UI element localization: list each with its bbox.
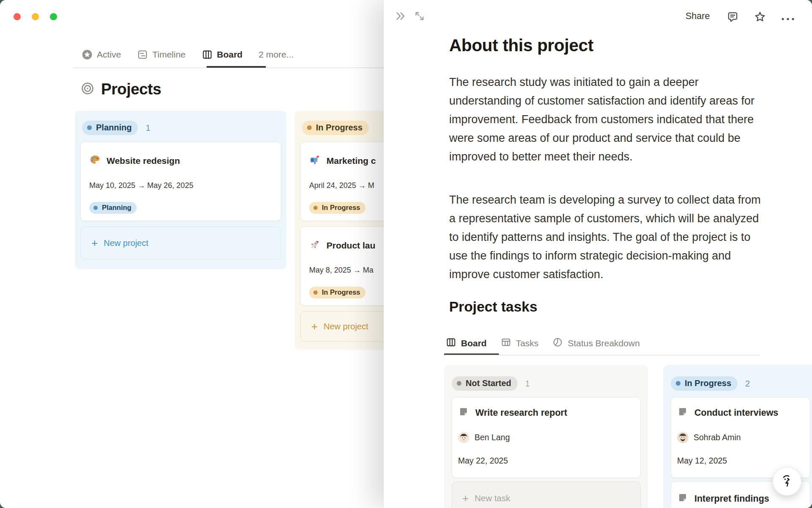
task-tab-tasks[interactable]: Tasks bbox=[501, 337, 539, 350]
side-peek-panel: Share About this project The research st… bbox=[384, 0, 812, 508]
star-circle-icon bbox=[82, 49, 93, 60]
card-title: Product lau bbox=[326, 240, 376, 251]
task-column-not-started: Not Started 1 Write research report Ben … bbox=[444, 365, 648, 508]
share-button[interactable]: Share bbox=[686, 11, 710, 22]
close-side-peek-icon[interactable] bbox=[395, 10, 406, 24]
status-label: In Progress bbox=[316, 123, 362, 133]
plus-icon: + bbox=[462, 494, 469, 502]
expand-page-icon[interactable] bbox=[414, 10, 425, 24]
view-tab-label: Active bbox=[97, 50, 121, 60]
avatar-sohrab-amin bbox=[677, 432, 689, 443]
close-window-button[interactable] bbox=[14, 13, 21, 20]
document-paragraph: The research study was initiated to gain… bbox=[449, 73, 767, 166]
document-paragraph: The research team is developing a survey… bbox=[449, 190, 767, 284]
rocket-icon bbox=[309, 239, 321, 252]
favorite-star-icon[interactable] bbox=[753, 10, 767, 25]
pie-chart-icon bbox=[552, 337, 563, 350]
target-icon bbox=[80, 81, 95, 97]
task-tab-board[interactable]: Board bbox=[446, 337, 487, 350]
card-status-tag: In Progress bbox=[309, 287, 365, 298]
task-tab-status-breakdown[interactable]: Status Breakdown bbox=[552, 337, 639, 350]
status-badge-in-progress[interactable]: In Progress bbox=[671, 376, 738, 391]
assignee-name: Sohrab Amin bbox=[694, 433, 741, 442]
task-title: Write research report bbox=[475, 408, 567, 418]
board-icon bbox=[446, 337, 456, 350]
task-view-tab-bar: Board Tasks Status Breakdown bbox=[446, 337, 640, 350]
assignee-name: Ben Lang bbox=[475, 433, 510, 442]
status-dot bbox=[313, 206, 318, 210]
project-card-website-redesign[interactable]: Website redesign May 10, 2025 → May 26, … bbox=[80, 142, 281, 221]
status-dot bbox=[313, 290, 318, 295]
column-count: 1 bbox=[145, 123, 150, 133]
page-title: Projects bbox=[101, 80, 161, 98]
palette-icon bbox=[89, 154, 101, 168]
minimize-window-button[interactable] bbox=[32, 13, 39, 20]
status-dot bbox=[307, 125, 312, 130]
section-title: Project tasks bbox=[449, 299, 538, 315]
task-card-conduct-interviews[interactable]: Conduct interviews Sohrab Amin May 12, 2… bbox=[671, 397, 810, 478]
task-note-icon bbox=[458, 406, 469, 420]
card-title: Marketing c bbox=[326, 156, 376, 166]
column-count: 1 bbox=[525, 379, 530, 389]
view-tab-label: Timeline bbox=[152, 50, 186, 60]
status-badge-not-started[interactable]: Not Started bbox=[452, 376, 518, 391]
view-tab-bar: Active Timeline Board 2 more... bbox=[82, 44, 294, 65]
view-tab-more[interactable]: 2 more... bbox=[258, 50, 294, 60]
zoom-window-button[interactable] bbox=[50, 13, 57, 20]
task-title: Interpret findings bbox=[694, 494, 769, 504]
tab-bar-divider bbox=[445, 355, 760, 356]
notion-ai-face-icon bbox=[779, 472, 796, 491]
table-icon bbox=[501, 337, 511, 350]
new-task-button[interactable]: + New task bbox=[452, 481, 641, 508]
window-controls bbox=[14, 13, 57, 20]
document-title: About this project bbox=[449, 36, 593, 55]
view-tab-label: 2 more... bbox=[258, 50, 294, 60]
card-date-range: May 10, 2025 → May 26, 2025 bbox=[89, 181, 274, 190]
new-project-button-planning[interactable]: + New project bbox=[80, 226, 281, 260]
column-count: 2 bbox=[745, 379, 750, 389]
task-date: May 22, 2025 bbox=[458, 456, 634, 466]
board-icon bbox=[202, 49, 213, 60]
status-badge-in-progress[interactable]: In Progress bbox=[302, 121, 369, 135]
view-tab-timeline[interactable]: Timeline bbox=[137, 49, 186, 60]
task-date: May 12, 2025 bbox=[677, 456, 804, 466]
selected-tab-underline bbox=[206, 66, 266, 68]
status-badge-planning[interactable]: Planning bbox=[82, 121, 138, 135]
mailbox-icon bbox=[309, 154, 321, 168]
status-dot bbox=[457, 381, 461, 386]
more-options-icon[interactable] bbox=[781, 15, 795, 23]
view-tab-label: Board bbox=[217, 50, 243, 60]
status-dot bbox=[87, 125, 92, 130]
status-dot bbox=[93, 206, 98, 210]
notion-window: Active Timeline Board 2 more... Projects bbox=[0, 0, 812, 508]
view-tab-board[interactable]: Board bbox=[202, 49, 243, 60]
task-note-icon bbox=[677, 406, 688, 420]
plus-icon: + bbox=[311, 322, 318, 331]
comments-icon[interactable] bbox=[726, 11, 739, 25]
status-dot bbox=[676, 381, 680, 386]
status-label: Planning bbox=[96, 123, 132, 133]
card-status-tag: In Progress bbox=[309, 202, 365, 214]
avatar-ben-lang bbox=[458, 432, 469, 443]
card-title: Website redesign bbox=[107, 156, 180, 166]
board-column-planning: Planning 1 Website redesign May 10, 2025… bbox=[75, 111, 286, 269]
task-card-write-research-report[interactable]: Write research report Ben Lang May 22, 2… bbox=[452, 397, 641, 478]
notion-ai-button[interactable] bbox=[773, 467, 801, 496]
task-note-icon bbox=[677, 492, 688, 505]
timeline-icon bbox=[137, 49, 148, 60]
card-status-tag: Planning bbox=[89, 202, 137, 214]
task-title: Conduct interviews bbox=[694, 408, 778, 418]
plus-icon: + bbox=[91, 239, 98, 247]
view-tab-active[interactable]: Active bbox=[82, 49, 121, 60]
